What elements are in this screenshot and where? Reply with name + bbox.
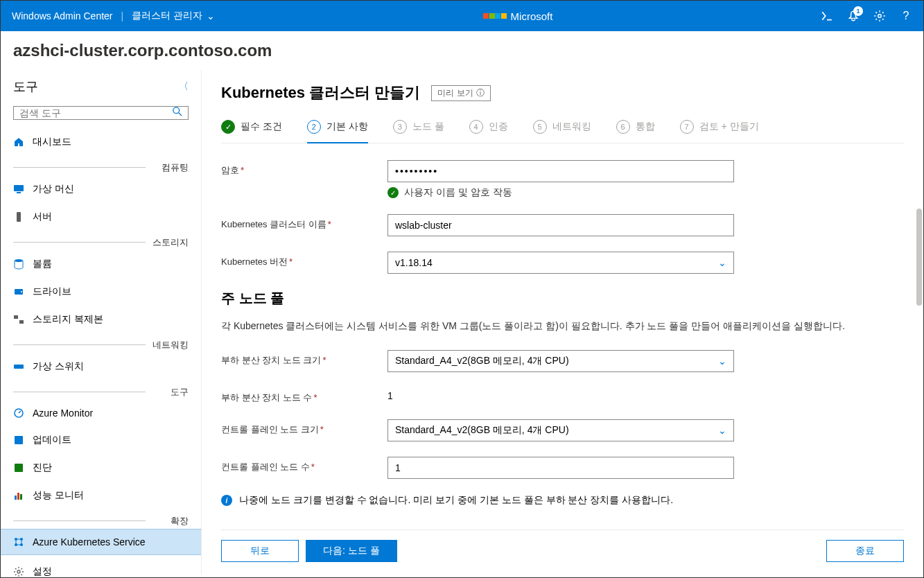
chevron-down-icon: ⌄ bbox=[207, 10, 215, 21]
page-title: Kubernetes 클러스터 만들기 bbox=[221, 82, 420, 103]
step-nodepools[interactable]: 3 노드 풀 bbox=[393, 120, 444, 143]
nav-label: Azure Monitor bbox=[33, 408, 93, 419]
content-area: Kubernetes 클러스터 만들기 미리 보기 ⓘ ✓ 필수 조건 2 기본… bbox=[202, 70, 923, 575]
section-tools: 도구 bbox=[1, 383, 201, 400]
cp-count-label: 컨트롤 플레인 노드 수* bbox=[221, 457, 387, 473]
step-review[interactable]: 7 검토 + 만들기 bbox=[680, 120, 759, 143]
svg-rect-2 bbox=[14, 185, 24, 191]
nav-label: Azure Kubernetes Service bbox=[33, 536, 146, 548]
back-button[interactable]: 뒤로 bbox=[221, 540, 299, 562]
check-circle-icon: ✓ bbox=[387, 187, 399, 198]
preview-badge: 미리 보기 ⓘ bbox=[431, 85, 490, 101]
lb-size-label: 부하 분산 장치 노드 크기* bbox=[221, 350, 387, 367]
search-tools-box[interactable] bbox=[13, 106, 189, 120]
nav-drives[interactable]: 드라이브 bbox=[1, 278, 201, 306]
nodepool-heading: 주 노드 풀 bbox=[221, 289, 890, 308]
help-icon[interactable]: ? bbox=[900, 10, 912, 22]
svg-rect-15 bbox=[17, 493, 19, 500]
password-label: 암호* bbox=[221, 160, 387, 177]
search-icon bbox=[173, 107, 182, 119]
step-label: 노드 풀 bbox=[412, 121, 444, 133]
svg-rect-10 bbox=[14, 365, 24, 369]
svg-rect-9 bbox=[19, 320, 24, 324]
nav-azure-monitor[interactable]: Azure Monitor bbox=[1, 400, 201, 426]
cluster-hostname: azshci-cluster.corp.contoso.com bbox=[1, 31, 923, 70]
step-integration[interactable]: 6 통합 bbox=[616, 120, 655, 143]
nav-vswitch[interactable]: 가상 스위치 bbox=[1, 353, 201, 380]
nav-label: 볼륨 bbox=[33, 258, 52, 270]
nav-label: 서버 bbox=[33, 211, 52, 223]
drive-icon bbox=[13, 286, 24, 297]
nav-dashboard[interactable]: 대시보드 bbox=[1, 128, 201, 156]
cluster-name-input[interactable] bbox=[387, 214, 734, 236]
search-input[interactable] bbox=[19, 107, 173, 119]
chevron-down-icon: ⌄ bbox=[718, 257, 726, 268]
cp-count-input[interactable] bbox=[387, 457, 734, 479]
next-button[interactable]: 다음: 노드 풀 bbox=[306, 540, 397, 562]
home-icon bbox=[13, 137, 24, 148]
microsoft-logo-icon-2 bbox=[495, 13, 507, 19]
nav-label: 설정 bbox=[33, 566, 52, 578]
nav-servers[interactable]: 서버 bbox=[1, 203, 201, 231]
context-label: 클러스터 관리자 bbox=[132, 10, 202, 22]
svg-rect-4 bbox=[17, 212, 21, 222]
validation-text: 사용자 이름 및 암호 작동 bbox=[404, 186, 512, 199]
info-icon: i bbox=[221, 495, 232, 506]
section-storage: 스토리지 bbox=[1, 234, 201, 250]
check-icon: ✓ bbox=[221, 120, 235, 134]
step-number: 7 bbox=[680, 120, 694, 134]
nav-settings[interactable]: 설정 bbox=[1, 558, 201, 578]
app-name[interactable]: Windows Admin Center bbox=[12, 10, 113, 21]
svg-rect-12 bbox=[15, 436, 23, 444]
step-prerequisites[interactable]: ✓ 필수 조건 bbox=[221, 120, 282, 143]
chevron-down-icon: ⌄ bbox=[718, 425, 726, 436]
step-networking[interactable]: 5 네트워킹 bbox=[533, 120, 591, 143]
notification-badge: 1 bbox=[853, 6, 863, 16]
password-input[interactable] bbox=[387, 160, 734, 182]
step-auth[interactable]: 4 인증 bbox=[469, 120, 508, 143]
context-dropdown[interactable]: 클러스터 관리자 ⌄ bbox=[132, 10, 215, 22]
nav-updates[interactable]: 업데이트 bbox=[1, 426, 201, 454]
section-extensions: 확장 bbox=[1, 512, 201, 529]
cp-size-value: Standard_A4_v2(8GB 메모리, 4개 CPU) bbox=[395, 424, 569, 437]
svg-point-7 bbox=[21, 291, 22, 292]
svg-rect-16 bbox=[20, 494, 22, 500]
settings-icon[interactable] bbox=[873, 10, 886, 22]
step-number: 2 bbox=[307, 120, 321, 134]
nav-volumes[interactable]: 볼륨 bbox=[1, 250, 201, 278]
gear-icon bbox=[13, 566, 24, 577]
chart-icon bbox=[13, 490, 24, 501]
replica-icon bbox=[13, 314, 24, 325]
step-label: 필수 조건 bbox=[241, 121, 282, 133]
monitor-icon bbox=[13, 184, 24, 195]
diagnostics-icon bbox=[13, 462, 24, 473]
step-label: 통합 bbox=[636, 121, 655, 133]
info-banner: i 나중에 노드 크기를 변경할 수 없습니다. 미리 보기 중에 기본 노드 … bbox=[221, 494, 890, 507]
cluster-name-label: Kubernetes 클러스터 이름* bbox=[221, 214, 387, 231]
lb-size-select[interactable]: Standard_A4_v2(8GB 메모리, 4개 CPU) ⌄ bbox=[387, 350, 734, 372]
info-icon: ⓘ bbox=[476, 87, 485, 99]
notifications-icon[interactable]: 1 bbox=[847, 10, 860, 22]
sidebar-title: 도구 bbox=[13, 78, 38, 95]
nodepool-description: 각 Kubernetes 클러스터에는 시스템 서비스를 위한 VM 그룹(노드… bbox=[221, 319, 890, 333]
step-number: 5 bbox=[533, 120, 547, 134]
step-number: 3 bbox=[393, 120, 407, 134]
brand-label: Microsoft bbox=[511, 10, 553, 22]
nav-diagnostics[interactable]: 진단 bbox=[1, 454, 201, 482]
sidebar: 도구 〈 대시보드 컴퓨팅 가상 머신 서버 스토리지 볼륨 bbox=[1, 70, 202, 575]
nav-vms[interactable]: 가상 머신 bbox=[1, 175, 201, 203]
form-scroll[interactable]: 암호* ✓ 사용자 이름 및 암호 작동 Kubernetes 클러스터 이름* bbox=[221, 143, 904, 529]
close-button[interactable]: 종료 bbox=[826, 540, 904, 562]
cp-size-select[interactable]: Standard_A4_v2(8GB 메모리, 4개 CPU) ⌄ bbox=[387, 419, 734, 441]
nav-perf-monitor[interactable]: 성능 모니터 bbox=[1, 482, 201, 509]
powershell-icon[interactable] bbox=[821, 10, 833, 22]
nav-aks[interactable]: Azure Kubernetes Service bbox=[1, 529, 201, 555]
step-basics[interactable]: 2 기본 사항 bbox=[307, 120, 368, 143]
section-networking: 네트워킹 bbox=[1, 336, 201, 353]
nav-storage-replica[interactable]: 스토리지 복제본 bbox=[1, 306, 201, 333]
volumes-icon bbox=[13, 259, 24, 270]
version-select[interactable]: v1.18.14 ⌄ bbox=[387, 252, 734, 274]
collapse-sidebar-icon[interactable]: 〈 bbox=[179, 80, 189, 93]
wizard-steps: ✓ 필수 조건 2 기본 사항 3 노드 풀 4 인증 5 네트워킹 6 통합 bbox=[221, 120, 904, 143]
section-compute: 컴퓨팅 bbox=[1, 159, 201, 175]
